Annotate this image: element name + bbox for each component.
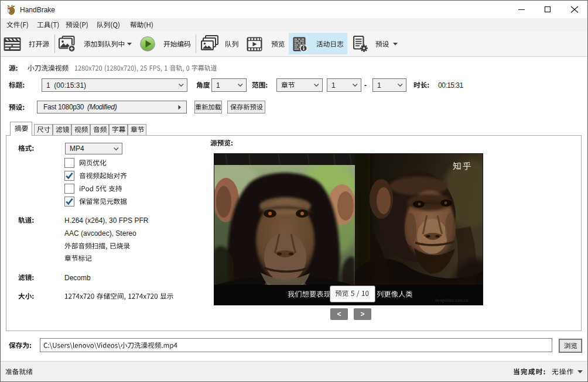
svg-text:ifengvideo.com.cn: ifengvideo.com.cn: [435, 298, 469, 303]
